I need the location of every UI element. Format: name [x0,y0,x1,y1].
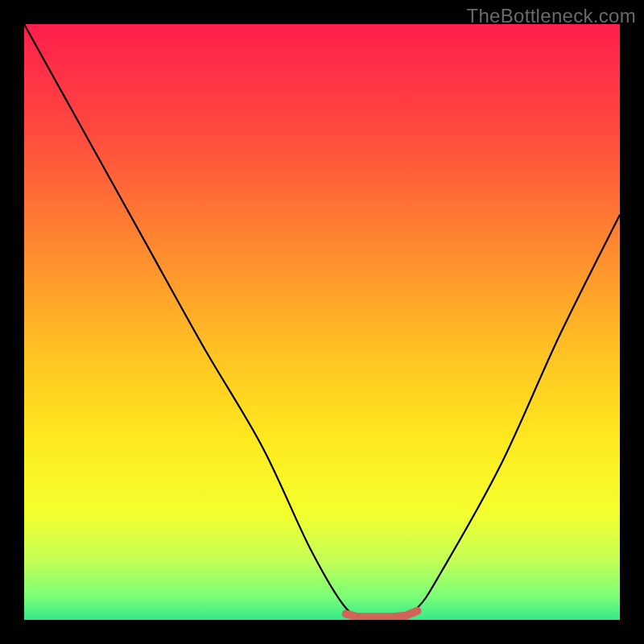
plot-area [24,24,620,620]
watermark-text: TheBottleneck.com [466,5,636,27]
gradient-background [24,24,620,620]
chart-frame: TheBottleneck.com [0,0,644,644]
chart-svg [24,24,620,620]
